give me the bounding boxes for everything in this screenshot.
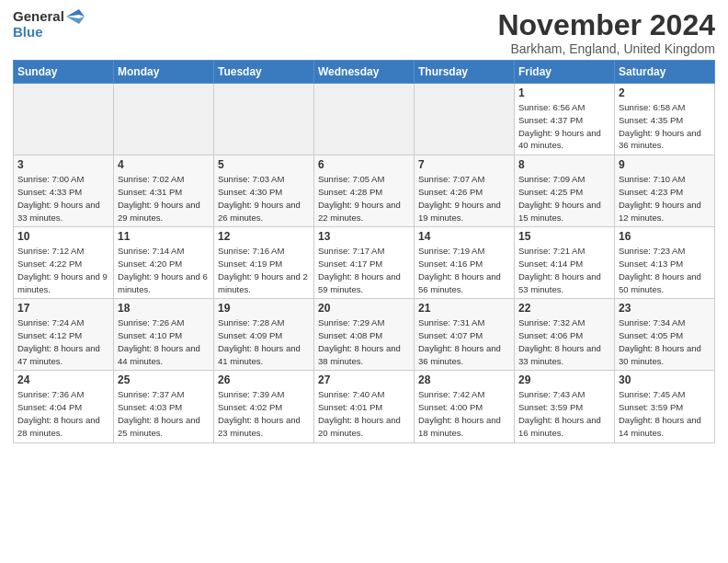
week-row-5: 24Sunrise: 7:36 AM Sunset: 4:04 PM Dayli… [14, 371, 715, 442]
table-cell: 1Sunrise: 6:56 AM Sunset: 4:37 PM Daylig… [515, 84, 615, 155]
day-number: 8 [518, 158, 610, 171]
table-cell: 28Sunrise: 7:42 AM Sunset: 4:00 PM Dayli… [415, 371, 515, 442]
day-info: Sunrise: 7:10 AM Sunset: 4:23 PM Dayligh… [619, 173, 711, 224]
svg-marker-0 [66, 9, 85, 17]
day-number: 11 [118, 230, 210, 243]
table-cell: 25Sunrise: 7:37 AM Sunset: 4:03 PM Dayli… [114, 371, 214, 442]
day-number: 2 [619, 86, 711, 99]
day-info: Sunrise: 7:40 AM Sunset: 4:01 PM Dayligh… [318, 388, 410, 439]
day-info: Sunrise: 6:58 AM Sunset: 4:35 PM Dayligh… [619, 101, 711, 152]
table-cell [14, 84, 114, 155]
day-info: Sunrise: 7:03 AM Sunset: 4:30 PM Dayligh… [218, 173, 310, 224]
page-container: General Blue November 2024 Barkham, Engl… [0, 0, 728, 453]
day-info: Sunrise: 7:12 AM Sunset: 4:22 PM Dayligh… [17, 245, 109, 295]
table-cell: 11Sunrise: 7:14 AM Sunset: 4:20 PM Dayli… [114, 227, 214, 299]
day-info: Sunrise: 7:37 AM Sunset: 4:03 PM Dayligh… [118, 388, 210, 439]
day-info: Sunrise: 7:36 AM Sunset: 4:04 PM Dayligh… [17, 388, 109, 439]
day-info: Sunrise: 7:32 AM Sunset: 4:06 PM Dayligh… [518, 316, 610, 367]
logo-wordmark: General Blue [13, 9, 85, 40]
day-number: 9 [619, 158, 711, 171]
logo-general: General [13, 9, 64, 25]
day-number: 13 [318, 230, 410, 243]
day-number: 19 [218, 302, 310, 315]
day-info: Sunrise: 7:28 AM Sunset: 4:09 PM Dayligh… [218, 316, 310, 367]
svg-marker-1 [66, 17, 85, 24]
table-cell: 22Sunrise: 7:32 AM Sunset: 4:06 PM Dayli… [515, 299, 615, 371]
week-row-2: 3Sunrise: 7:00 AM Sunset: 4:33 PM Daylig… [14, 155, 715, 227]
day-number: 5 [218, 158, 310, 171]
day-number: 3 [17, 158, 109, 171]
col-monday: Monday [114, 61, 214, 84]
logo-bird-icon [66, 9, 85, 24]
day-info: Sunrise: 7:14 AM Sunset: 4:20 PM Dayligh… [118, 245, 210, 295]
day-number: 16 [619, 230, 711, 243]
day-info: Sunrise: 7:45 AM Sunset: 3:59 PM Dayligh… [619, 388, 711, 439]
day-number: 12 [218, 230, 310, 243]
table-cell: 10Sunrise: 7:12 AM Sunset: 4:22 PM Dayli… [14, 227, 114, 299]
day-info: Sunrise: 7:17 AM Sunset: 4:17 PM Dayligh… [318, 245, 410, 295]
logo: General Blue [13, 9, 85, 40]
day-number: 24 [17, 373, 109, 386]
day-number: 1 [518, 86, 610, 99]
header-row: General Blue November 2024 Barkham, Engl… [13, 9, 715, 56]
day-number: 15 [518, 230, 610, 243]
day-number: 6 [318, 158, 410, 171]
day-info: Sunrise: 7:34 AM Sunset: 4:05 PM Dayligh… [619, 316, 711, 367]
table-cell [415, 84, 515, 155]
day-number: 29 [518, 373, 610, 386]
table-cell: 26Sunrise: 7:39 AM Sunset: 4:02 PM Dayli… [214, 371, 314, 442]
day-info: Sunrise: 7:29 AM Sunset: 4:08 PM Dayligh… [318, 316, 410, 367]
table-cell: 23Sunrise: 7:34 AM Sunset: 4:05 PM Dayli… [615, 299, 715, 371]
day-info: Sunrise: 7:21 AM Sunset: 4:14 PM Dayligh… [518, 245, 610, 295]
table-cell [214, 84, 314, 155]
day-number: 7 [418, 158, 510, 171]
day-info: Sunrise: 7:24 AM Sunset: 4:12 PM Dayligh… [17, 316, 109, 367]
day-info: Sunrise: 7:09 AM Sunset: 4:25 PM Dayligh… [518, 173, 610, 224]
col-wednesday: Wednesday [314, 61, 415, 84]
day-number: 21 [418, 302, 510, 315]
table-cell: 21Sunrise: 7:31 AM Sunset: 4:07 PM Dayli… [415, 299, 515, 371]
title-block: November 2024 Barkham, England, United K… [497, 9, 715, 56]
day-number: 22 [518, 302, 610, 315]
table-cell: 19Sunrise: 7:28 AM Sunset: 4:09 PM Dayli… [214, 299, 314, 371]
day-info: Sunrise: 7:19 AM Sunset: 4:16 PM Dayligh… [418, 245, 510, 295]
table-cell: 24Sunrise: 7:36 AM Sunset: 4:04 PM Dayli… [14, 371, 114, 442]
col-sunday: Sunday [14, 61, 114, 84]
day-info: Sunrise: 7:16 AM Sunset: 4:19 PM Dayligh… [218, 245, 310, 295]
table-cell: 15Sunrise: 7:21 AM Sunset: 4:14 PM Dayli… [515, 227, 615, 299]
day-number: 17 [17, 302, 109, 315]
day-number: 10 [17, 230, 109, 243]
day-number: 30 [619, 373, 711, 386]
day-number: 20 [318, 302, 410, 315]
day-info: Sunrise: 7:02 AM Sunset: 4:31 PM Dayligh… [118, 173, 210, 224]
table-cell [314, 84, 415, 155]
table-cell: 2Sunrise: 6:58 AM Sunset: 4:35 PM Daylig… [615, 84, 715, 155]
week-row-3: 10Sunrise: 7:12 AM Sunset: 4:22 PM Dayli… [14, 227, 715, 299]
table-cell: 6Sunrise: 7:05 AM Sunset: 4:28 PM Daylig… [314, 155, 415, 227]
table-cell: 5Sunrise: 7:03 AM Sunset: 4:30 PM Daylig… [214, 155, 314, 227]
day-info: Sunrise: 7:31 AM Sunset: 4:07 PM Dayligh… [418, 316, 510, 367]
day-info: Sunrise: 6:56 AM Sunset: 4:37 PM Dayligh… [518, 101, 610, 152]
day-number: 4 [118, 158, 210, 171]
header-row-days: Sunday Monday Tuesday Wednesday Thursday… [14, 61, 715, 84]
day-info: Sunrise: 7:05 AM Sunset: 4:28 PM Dayligh… [318, 173, 410, 224]
day-info: Sunrise: 7:07 AM Sunset: 4:26 PM Dayligh… [418, 173, 510, 224]
table-cell: 8Sunrise: 7:09 AM Sunset: 4:25 PM Daylig… [515, 155, 615, 227]
table-cell: 20Sunrise: 7:29 AM Sunset: 4:08 PM Dayli… [314, 299, 415, 371]
table-cell: 29Sunrise: 7:43 AM Sunset: 3:59 PM Dayli… [515, 371, 615, 442]
table-cell: 16Sunrise: 7:23 AM Sunset: 4:13 PM Dayli… [615, 227, 715, 299]
table-cell: 18Sunrise: 7:26 AM Sunset: 4:10 PM Dayli… [114, 299, 214, 371]
day-number: 27 [318, 373, 410, 386]
day-number: 18 [118, 302, 210, 315]
location-title: Barkham, England, United Kingdom [497, 41, 715, 56]
day-number: 28 [418, 373, 510, 386]
month-title: November 2024 [497, 9, 715, 41]
table-cell: 12Sunrise: 7:16 AM Sunset: 4:19 PM Dayli… [214, 227, 314, 299]
logo-blue: Blue [13, 25, 43, 40]
table-cell: 27Sunrise: 7:40 AM Sunset: 4:01 PM Dayli… [314, 371, 415, 442]
table-cell: 30Sunrise: 7:45 AM Sunset: 3:59 PM Dayli… [615, 371, 715, 442]
table-cell [114, 84, 214, 155]
day-info: Sunrise: 7:26 AM Sunset: 4:10 PM Dayligh… [118, 316, 210, 367]
col-saturday: Saturday [615, 61, 715, 84]
day-info: Sunrise: 7:43 AM Sunset: 3:59 PM Dayligh… [518, 388, 610, 439]
